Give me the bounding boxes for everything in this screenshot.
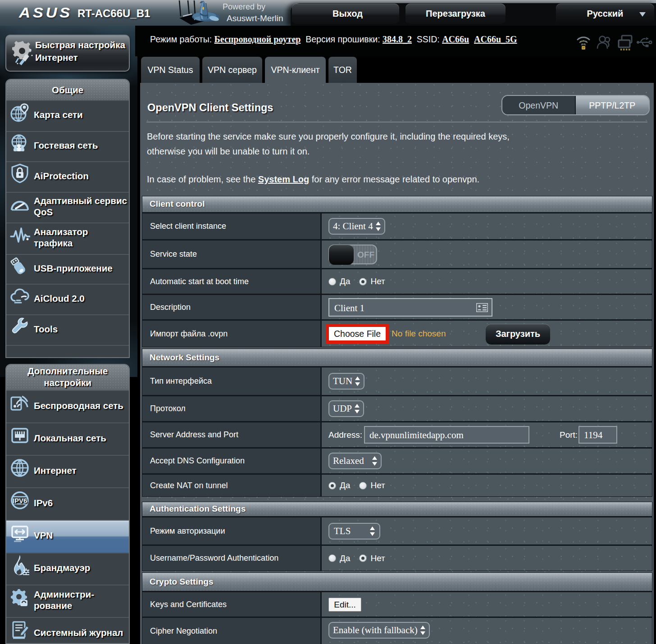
svg-text:IPV6: IPV6 <box>13 497 27 504</box>
